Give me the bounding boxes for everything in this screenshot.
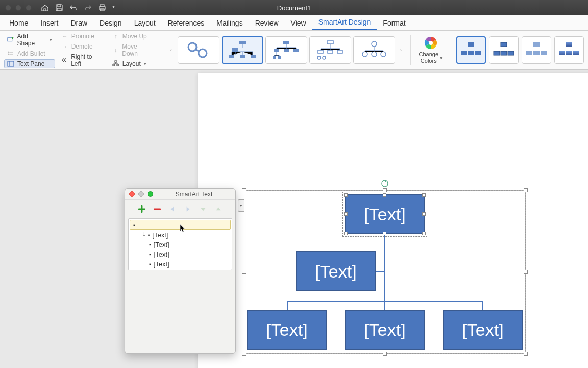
textpane-item-4[interactable]: ▪ [Text] xyxy=(129,259,232,269)
textpane-movedown-button[interactable] xyxy=(199,205,207,213)
textpane-demote-button[interactable] xyxy=(184,205,192,213)
style-thumb-1[interactable] xyxy=(456,36,486,64)
textpane-item-1[interactable]: └ ▪ [Text] xyxy=(129,230,232,240)
tab-view[interactable]: View xyxy=(285,16,312,30)
textpane-close-button[interactable] xyxy=(129,191,135,197)
svg-point-8 xyxy=(8,54,9,55)
style-thumb-4[interactable] xyxy=(554,36,584,64)
textpane-minimize-button[interactable] xyxy=(138,191,144,197)
promote-button[interactable]: ← Promote xyxy=(58,32,106,41)
textpane-item-text: [Text] xyxy=(154,260,169,268)
gallery-prev-button[interactable]: ‹ xyxy=(167,37,176,63)
textpane-promote-button[interactable] xyxy=(168,205,177,213)
svg-rect-39 xyxy=(468,51,474,55)
resize-handle-bm[interactable] xyxy=(383,352,387,356)
smartart-node-assistant[interactable]: [Text] xyxy=(296,251,376,291)
print-icon[interactable] xyxy=(98,4,106,12)
textpane-moveup-button[interactable] xyxy=(214,205,223,213)
svg-rect-52 xyxy=(573,51,579,55)
style-thumb-3[interactable] xyxy=(522,36,551,64)
text-pane-button[interactable]: Text Pane xyxy=(4,59,55,68)
qat-dropdown-icon[interactable]: ▾ xyxy=(112,4,120,12)
tab-home[interactable]: Home xyxy=(3,16,34,30)
gallery-next-button[interactable]: › xyxy=(397,37,405,63)
tab-draw[interactable]: Draw xyxy=(64,16,93,30)
textpane-item-0[interactable]: ▪ xyxy=(130,220,231,230)
minimize-window-button[interactable] xyxy=(15,5,21,11)
style-thumb-2[interactable] xyxy=(489,36,519,64)
resize-handle-tm[interactable] xyxy=(383,188,387,192)
tab-design[interactable]: Design xyxy=(93,16,128,30)
arrow-left-icon: ← xyxy=(61,33,68,40)
svg-rect-23 xyxy=(293,49,299,52)
smartart-node-top[interactable]: [Text] xyxy=(345,194,425,234)
textpane-item-2[interactable]: ▪ [Text] xyxy=(129,240,232,249)
home-icon[interactable] xyxy=(41,4,49,12)
layout-thumb-5[interactable] xyxy=(353,36,395,64)
tab-layout[interactable]: Layout xyxy=(128,16,162,30)
resize-handle-tr[interactable] xyxy=(524,188,528,192)
svg-point-31 xyxy=(323,56,326,59)
svg-rect-27 xyxy=(318,50,323,53)
smartart-node-child-2[interactable]: [Text] xyxy=(345,310,425,350)
rotate-handle[interactable] xyxy=(381,180,388,187)
svg-rect-18 xyxy=(240,55,245,58)
window-controls xyxy=(5,5,32,11)
layout-thumb-3[interactable] xyxy=(265,36,307,64)
layout-thumb-1[interactable] xyxy=(178,36,219,64)
tab-references[interactable]: References xyxy=(162,16,211,30)
tab-mailings[interactable]: Mailings xyxy=(210,16,249,30)
svg-rect-46 xyxy=(526,51,532,55)
textpane-zoom-button[interactable] xyxy=(148,191,153,197)
svg-point-30 xyxy=(317,56,321,59)
demote-button[interactable]: → Demote xyxy=(58,42,106,51)
redo-icon[interactable] xyxy=(84,4,92,12)
document-title: Document1 xyxy=(277,4,311,12)
svg-rect-12 xyxy=(117,64,119,66)
svg-point-14 xyxy=(199,49,207,57)
add-bullet-button[interactable]: Add Bullet xyxy=(4,49,55,58)
assistant-indicator-icon: └ xyxy=(141,232,145,238)
smartart-text-pane[interactable]: SmartArt Text ▪ └ ▪ [Text] xyxy=(125,188,236,354)
textpane-item-3[interactable]: ▪ [Text] xyxy=(129,249,232,259)
arrow-right-icon: → xyxy=(61,43,68,50)
tab-review[interactable]: Review xyxy=(249,16,285,30)
right-to-left-button[interactable]: Right to Left xyxy=(58,52,106,68)
move-down-label: Move Down xyxy=(122,43,153,57)
textpane-titlebar: SmartArt Text xyxy=(125,189,235,200)
svg-point-36 xyxy=(429,41,433,45)
chevron-down-icon: ▾ xyxy=(440,55,443,60)
resize-handle-br[interactable] xyxy=(524,352,528,356)
tab-smartart-design[interactable]: SmartArt Design xyxy=(312,15,377,30)
svg-point-35 xyxy=(381,52,386,57)
textpane-toggle-tab[interactable]: ▸ xyxy=(238,199,244,212)
layout-menu-button[interactable]: Layout ▾ xyxy=(109,59,157,68)
change-colors-button[interactable]: Change Colors ▾ xyxy=(415,35,446,64)
textpane-remove-button[interactable] xyxy=(153,205,161,213)
resize-handle-ml[interactable] xyxy=(242,270,246,274)
smartart-node-child-1[interactable]: [Text] xyxy=(247,310,327,350)
add-shape-button[interactable]: Add Shape ▾ xyxy=(4,32,55,48)
save-icon[interactable] xyxy=(55,4,63,12)
close-window-button[interactable] xyxy=(5,5,11,11)
textpane-add-button[interactable] xyxy=(138,205,146,213)
move-down-button[interactable]: ↓ Move Down xyxy=(109,42,157,58)
move-up-button[interactable]: ↑ Move Up xyxy=(109,32,157,41)
tab-format[interactable]: Format xyxy=(377,16,411,30)
tab-insert[interactable]: Insert xyxy=(34,16,64,30)
smartart-node-child-3[interactable]: [Text] xyxy=(443,310,523,350)
ribbon-tabs: Home Insert Draw Design Layout Reference… xyxy=(0,15,588,31)
svg-rect-50 xyxy=(559,51,565,55)
connector xyxy=(287,301,288,310)
resize-handle-bl[interactable] xyxy=(242,352,246,356)
smartart-graphic[interactable]: ▸ [Text] [Text] [Text] [Text] [Text] xyxy=(244,190,526,354)
zoom-window-button[interactable] xyxy=(26,5,32,11)
resize-handle-mr[interactable] xyxy=(524,270,528,274)
svg-rect-9 xyxy=(8,61,14,66)
resize-handle-tl[interactable] xyxy=(242,188,246,192)
layout-thumb-2[interactable] xyxy=(222,36,263,64)
rtl-icon xyxy=(61,57,68,64)
undo-icon[interactable] xyxy=(69,4,78,12)
layouts-gallery: ‹ › xyxy=(167,36,405,64)
layout-thumb-4[interactable] xyxy=(309,36,351,64)
